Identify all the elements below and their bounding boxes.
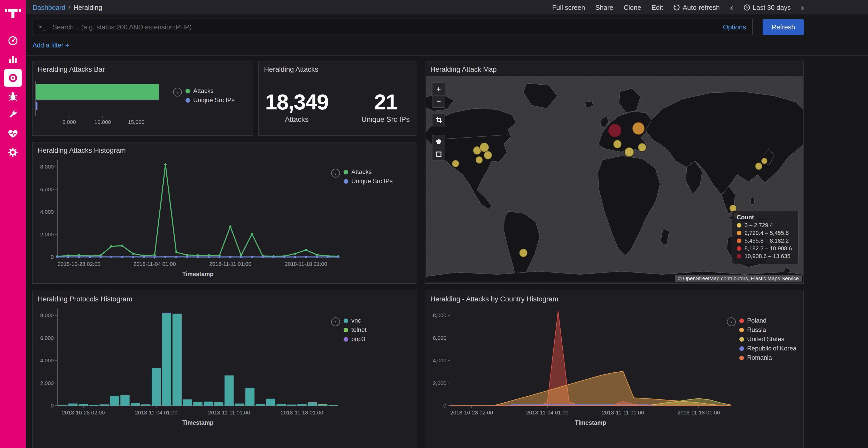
sidebar-item-dashboard[interactable] [4, 32, 22, 49]
legend-color-dot [344, 328, 348, 332]
legend-toggle-icon[interactable]: › [173, 88, 182, 97]
attack-location-marker[interactable] [519, 249, 528, 257]
legend-toggle-icon[interactable]: › [331, 317, 340, 326]
sidebar [0, 0, 26, 448]
gear-icon [7, 146, 19, 158]
map-count-legend: Count 3 – 2,729.42,729.4 – 5,455.85,455.… [732, 211, 799, 264]
search-input[interactable] [52, 23, 718, 31]
main-area: Dashboard / Heralding Full screenShareCl… [26, 0, 868, 448]
metric-value: 21 [362, 91, 410, 113]
country-histogram-chart[interactable]: 02,0004,0006,0008,0002018-10-28 02:00201… [426, 305, 736, 428]
legend-toggle-icon[interactable]: › [727, 317, 736, 326]
gauge-icon [7, 35, 19, 46]
topbar-action-clone[interactable]: Clone [624, 3, 641, 11]
panel-title: Heralding - Attacks by Country Histogram [425, 291, 803, 304]
legend-item[interactable]: Unique Src IPs [344, 177, 393, 185]
svg-text:6,000: 6,000 [433, 335, 446, 341]
search-options-link[interactable]: Options [723, 23, 746, 31]
attack-location-marker[interactable] [475, 156, 483, 163]
legend-item[interactable]: United States [739, 336, 797, 343]
legend-toggle-icon[interactable]: › [331, 169, 340, 177]
metric-unique-src-ips: 21 Unique Src IPs [362, 91, 410, 123]
legend-item[interactable]: Unique Src IPs [185, 97, 235, 104]
legend-item[interactable]: Attacks [344, 168, 393, 175]
topbar-action-edit[interactable]: Edit [652, 3, 663, 11]
sidebar-item-settings[interactable] [4, 143, 22, 161]
legend-color-dot [739, 318, 744, 323]
legend-color-dot [739, 328, 744, 332]
svg-text:4,000: 4,000 [433, 357, 446, 364]
legend-item[interactable]: Attacks [185, 87, 235, 95]
legend-color-dot [739, 337, 744, 341]
attack-location-marker[interactable] [484, 151, 492, 160]
topbar-action-full-screen[interactable]: Full screen [552, 3, 585, 11]
refresh-button[interactable]: Refresh [763, 19, 804, 35]
legend-item[interactable]: Romania [739, 354, 797, 361]
draw-rectangle-button[interactable] [432, 148, 445, 160]
fit-data-bounds-button[interactable] [432, 113, 445, 126]
telekom-t-logo[interactable] [5, 4, 21, 21]
svg-text:2,000: 2,000 [40, 232, 54, 237]
sidebar-item-honeypot[interactable] [4, 88, 22, 105]
time-range-picker[interactable]: Last 30 days [743, 3, 790, 11]
world-map[interactable]: + − [426, 76, 803, 283]
map-legend-entry: 5,455.8 – 8,182.2 [737, 237, 794, 244]
legend-item[interactable]: Russia [739, 326, 797, 334]
sidebar-item-tools[interactable] [4, 106, 22, 124]
breadcrumb-separator: / [68, 3, 70, 11]
attack-location-marker[interactable] [613, 140, 622, 148]
svg-text:4,000: 4,000 [40, 357, 54, 364]
sidebar-item-visualize[interactable] [4, 50, 22, 68]
svg-text:0: 0 [443, 403, 446, 409]
panel-heralding-attacks-bar: Heralding Attacks Bar 5,00010,00015,000 … [32, 61, 253, 136]
protocols-histogram-chart[interactable]: 02,0004,0006,0008,0002018-10-28 02:00201… [34, 305, 344, 428]
sidebar-item-heralding-selected[interactable] [4, 69, 22, 87]
draw-polygon-button[interactable] [432, 135, 445, 148]
svg-text:10,000: 10,000 [94, 119, 111, 125]
attack-location-marker[interactable] [608, 124, 622, 137]
zoom-out-button[interactable]: − [432, 95, 445, 107]
panel-heralding-attacks-metric: Heralding Attacks 18,349 Attacks 21 Uniq… [258, 61, 416, 136]
breadcrumb: Dashboard / Heralding [33, 3, 102, 11]
time-back-chevron-icon[interactable]: ‹ [730, 3, 733, 12]
topbar-right: Full screenShareCloneEdit Auto-refresh ‹ [552, 3, 804, 12]
legend-color-dot [344, 170, 348, 174]
attack-location-marker[interactable] [632, 122, 645, 135]
legend-color-dot [737, 231, 741, 235]
search-box: >_ Options [33, 19, 753, 35]
attack-location-marker[interactable] [625, 147, 634, 157]
auto-refresh-button[interactable]: Auto-refresh [674, 3, 720, 11]
attack-location-marker[interactable] [755, 163, 762, 170]
target-icon [7, 72, 19, 83]
legend-item[interactable]: telnet [344, 326, 367, 334]
metric-value: 18,349 [265, 91, 328, 113]
polygon-icon [436, 138, 442, 144]
attacks-histogram-chart[interactable]: 02,0004,0006,0008,0002018-10-28 02:00201… [34, 156, 344, 280]
attacks-bar-legend: ›AttacksUnique Src IPs [173, 87, 235, 104]
legend-item[interactable]: pop3 [344, 336, 367, 343]
attacks-bar-chart[interactable]: 5,00010,00015,000 [34, 75, 172, 127]
legend-item[interactable]: Republic of Korea [739, 345, 797, 352]
bar-chart-icon [7, 54, 19, 65]
topbar-action-share[interactable]: Share [595, 3, 613, 11]
legend-color-dot [737, 254, 741, 258]
add-filter-link[interactable]: Add a filter + [33, 42, 69, 49]
openstreetmap-link[interactable]: OpenStreetMap [683, 276, 719, 281]
time-forward-chevron-icon[interactable]: › [801, 3, 804, 12]
elastic-maps-service-link[interactable]: Elastic Maps Service [751, 276, 799, 281]
sidebar-item-health[interactable] [4, 125, 22, 142]
panel-title: Heralding Protocols Histogram [33, 291, 416, 304]
terminal-prompt-icon: >_ [38, 23, 47, 30]
attack-location-marker[interactable] [452, 160, 459, 167]
zoom-in-button[interactable]: + [432, 82, 445, 95]
legend-item[interactable]: vnc [344, 317, 367, 324]
attack-location-marker[interactable] [761, 158, 768, 164]
attack-location-marker[interactable] [638, 143, 646, 152]
svg-text:2018-10-28 02:00: 2018-10-28 02:00 [450, 410, 493, 415]
panel-title: Heralding Attacks [259, 61, 416, 74]
topbar: Dashboard / Heralding Full screenShareCl… [26, 0, 868, 14]
legend-item[interactable]: Poland [739, 317, 797, 324]
svg-text:2018-10-28 02:00: 2018-10-28 02:00 [62, 410, 105, 415]
map-attribution: © OpenStreetMap contributors, Elastic Ma… [675, 275, 802, 282]
breadcrumb-dashboard-link[interactable]: Dashboard [33, 3, 65, 11]
